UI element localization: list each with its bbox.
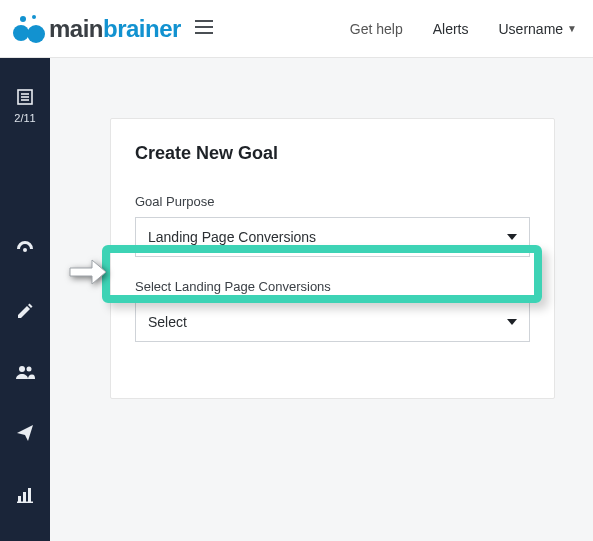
bar-chart-icon xyxy=(16,486,34,506)
svg-point-2 xyxy=(13,25,29,41)
sidebar-item-people[interactable] xyxy=(0,364,50,382)
list-progress-icon xyxy=(16,88,34,108)
sidebar-item-dashboard[interactable] xyxy=(0,238,50,260)
svg-rect-16 xyxy=(28,488,31,502)
goal-purpose-value: Landing Page Conversions xyxy=(148,229,316,245)
card-title: Create New Goal xyxy=(135,143,530,164)
nav-get-help[interactable]: Get help xyxy=(350,21,403,37)
brand-logo[interactable]: mainbrainer xyxy=(10,11,181,47)
chevron-down-icon: ▼ xyxy=(567,23,577,34)
chevron-down-icon xyxy=(507,319,517,325)
svg-rect-4 xyxy=(195,20,213,22)
logo-mark-icon xyxy=(10,11,46,47)
main-content: Create New Goal Goal Purpose Landing Pag… xyxy=(50,58,593,541)
select-lp-value: Select xyxy=(148,314,187,330)
callout-arrow-icon xyxy=(68,258,108,290)
sidebar-item-reports[interactable] xyxy=(0,486,50,506)
pencil-icon xyxy=(16,302,34,322)
nav-username[interactable]: Username ▼ xyxy=(499,21,578,37)
paper-plane-icon xyxy=(16,424,34,444)
svg-point-1 xyxy=(32,15,36,19)
select-lp-group: Select Landing Page Conversions Select xyxy=(135,279,530,342)
svg-point-12 xyxy=(19,366,25,372)
svg-rect-6 xyxy=(195,32,213,34)
sidebar-item-edit[interactable] xyxy=(0,302,50,322)
sidebar-item-send[interactable] xyxy=(0,424,50,444)
svg-rect-14 xyxy=(18,496,21,502)
svg-point-11 xyxy=(23,248,27,252)
hamburger-icon[interactable] xyxy=(195,20,213,38)
goal-purpose-label: Goal Purpose xyxy=(135,194,530,209)
top-bar: mainbrainer Get help Alerts Username ▼ xyxy=(0,0,593,58)
svg-rect-5 xyxy=(195,26,213,28)
sidebar-item-progress[interactable]: 2/11 xyxy=(0,88,50,124)
sidebar-progress-text: 2/11 xyxy=(14,112,35,124)
top-nav: Get help Alerts Username ▼ xyxy=(350,21,577,37)
svg-point-3 xyxy=(27,25,45,43)
chevron-down-icon xyxy=(507,234,517,240)
select-lp-label: Select Landing Page Conversions xyxy=(135,279,530,294)
select-lp-select[interactable]: Select xyxy=(135,302,530,342)
svg-point-13 xyxy=(27,367,32,372)
goal-purpose-select[interactable]: Landing Page Conversions xyxy=(135,217,530,257)
sidebar: 2/11 xyxy=(0,58,50,541)
people-icon xyxy=(15,364,35,382)
svg-rect-17 xyxy=(17,502,33,504)
svg-rect-15 xyxy=(23,492,26,502)
create-goal-card: Create New Goal Goal Purpose Landing Pag… xyxy=(110,118,555,399)
nav-alerts[interactable]: Alerts xyxy=(433,21,469,37)
logo-text: mainbrainer xyxy=(49,15,181,43)
svg-point-0 xyxy=(20,16,26,22)
goal-purpose-group: Goal Purpose Landing Page Conversions xyxy=(135,194,530,257)
gauge-icon xyxy=(15,238,35,260)
